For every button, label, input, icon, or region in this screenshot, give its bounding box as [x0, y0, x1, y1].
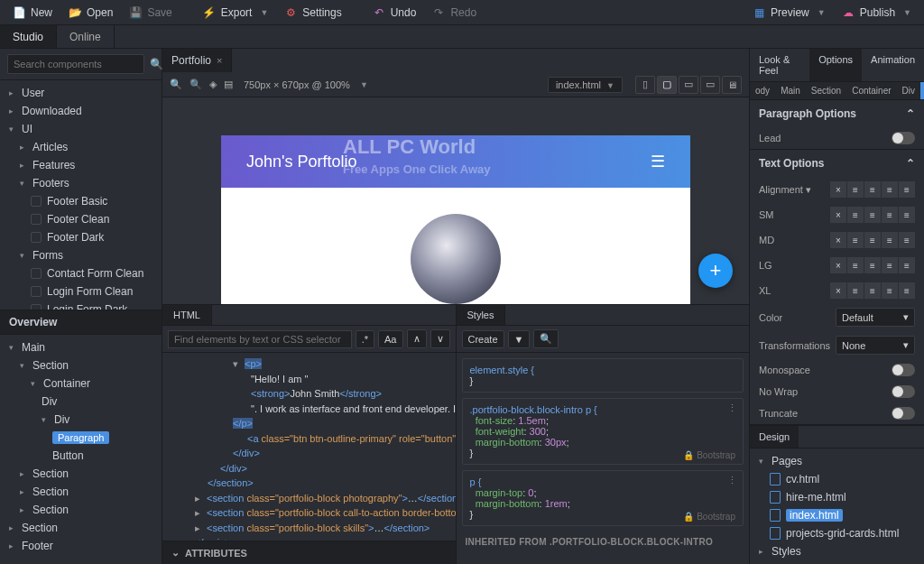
tree-forms[interactable]: ▾Forms: [0, 246, 162, 264]
more-icon[interactable]: ⋮: [727, 402, 737, 414]
filename-select[interactable]: index.html ▼: [548, 77, 623, 93]
fab-add[interactable]: +: [698, 254, 733, 288]
md-none[interactable]: ×: [830, 232, 846, 248]
design-index[interactable]: index.html: [750, 506, 924, 524]
align-justify[interactable]: ≡: [899, 181, 915, 198]
device-phone[interactable]: ▯: [635, 76, 655, 94]
zoom-in-icon[interactable]: 🔍: [170, 79, 182, 90]
chevron-down-icon[interactable]: ▼: [360, 80, 368, 89]
crumb-paragraph[interactable]: Paragraph: [920, 82, 924, 99]
ov-main[interactable]: ▾Main: [0, 338, 162, 356]
lg-right[interactable]: ≡: [882, 257, 898, 273]
device-desktop[interactable]: 🖥: [722, 76, 742, 94]
design-projects[interactable]: projects-grid-cards.html: [750, 524, 924, 542]
md-right[interactable]: ≡: [882, 232, 898, 248]
ov-container[interactable]: ▾Container: [0, 374, 162, 393]
align-none[interactable]: ×: [830, 181, 846, 198]
burger-icon[interactable]: ☰: [651, 152, 665, 171]
align-left[interactable]: ≡: [847, 181, 864, 198]
tree-contact-form[interactable]: Contact Form Clean: [0, 264, 162, 282]
device-laptop[interactable]: ▭: [700, 76, 720, 94]
tree-ui[interactable]: ▾UI: [0, 120, 162, 138]
tree-footer-clean[interactable]: Footer Clean: [0, 210, 162, 228]
tree-footer-basic[interactable]: Footer Basic: [0, 192, 162, 210]
cube-icon[interactable]: ◈: [209, 79, 217, 90]
tab-studio[interactable]: Studio: [0, 25, 57, 48]
text-options-header[interactable]: Text Options⌃: [750, 150, 924, 177]
align-right[interactable]: ≡: [882, 181, 898, 198]
xl-center[interactable]: ≡: [864, 282, 881, 299]
tree-features[interactable]: ▸Features: [0, 156, 162, 174]
md-left[interactable]: ≡: [847, 232, 864, 248]
ov-footer[interactable]: ▸Footer: [0, 537, 162, 555]
lg-justify[interactable]: ≡: [899, 257, 915, 273]
overview-header[interactable]: Overview: [0, 310, 162, 335]
nowrap-toggle[interactable]: [892, 385, 915, 398]
ov-section-5[interactable]: ▸Section: [0, 519, 162, 537]
tree-articles[interactable]: ▸Articles: [0, 138, 162, 156]
tree-downloaded[interactable]: ▸Downloaded: [0, 102, 162, 120]
crumb-body[interactable]: ody: [750, 82, 775, 99]
tab-options[interactable]: Options: [809, 49, 862, 81]
hero-title[interactable]: John's Porftolio: [246, 153, 357, 171]
lg-center[interactable]: ≡: [864, 257, 881, 273]
sm-justify[interactable]: ≡: [899, 207, 915, 223]
publish-button[interactable]: ☁Publish▼: [835, 3, 919, 23]
ov-paragraph[interactable]: Paragraph: [0, 429, 162, 447]
create-button[interactable]: Create: [462, 330, 504, 348]
prev-button[interactable]: ∧: [407, 329, 427, 348]
find-input[interactable]: [168, 330, 352, 348]
css-block-intro[interactable]: ⋮ .portfolio-block.block-intro p { font-…: [462, 398, 744, 465]
lg-none[interactable]: ×: [830, 257, 846, 273]
canvas-body[interactable]: [221, 188, 690, 304]
tree-login-clean[interactable]: Login Form Clean: [0, 282, 162, 300]
sm-right[interactable]: ≡: [882, 207, 898, 223]
align-center[interactable]: ≡: [864, 181, 881, 198]
design-stage[interactable]: ALL PC World Free Apps One Click Away Jo…: [162, 97, 749, 304]
crumb-main[interactable]: Main: [775, 82, 806, 99]
truncate-toggle[interactable]: [892, 407, 915, 420]
create-drop[interactable]: ▼: [508, 330, 531, 348]
avatar-image[interactable]: [411, 214, 501, 304]
zoom-out-icon[interactable]: 🔍: [189, 79, 202, 90]
trans-select[interactable]: None▾: [836, 336, 915, 355]
crumb-div[interactable]: Div: [897, 82, 920, 99]
close-icon[interactable]: ×: [217, 55, 222, 66]
ov-button[interactable]: Button: [0, 447, 162, 465]
design-pages[interactable]: ▾Pages: [750, 452, 924, 470]
crumb-section[interactable]: Section: [806, 82, 846, 99]
case-button[interactable]: Aa: [378, 330, 402, 348]
design-cv[interactable]: cv.html: [750, 470, 924, 488]
xl-right[interactable]: ≡: [882, 282, 898, 299]
monospace-toggle[interactable]: [892, 364, 915, 376]
tree-login-dark[interactable]: Login Form Dark: [0, 300, 162, 310]
preview-button[interactable]: ▦Preview▼: [745, 3, 833, 23]
ov-section-4[interactable]: ▸Section: [0, 501, 162, 519]
lg-left[interactable]: ≡: [847, 257, 864, 273]
search-icon[interactable]: 🔍: [150, 58, 163, 70]
color-select[interactable]: Default▾: [836, 308, 915, 327]
tab-html[interactable]: HTML: [162, 305, 212, 325]
sm-center[interactable]: ≡: [864, 207, 881, 223]
design-hire-me[interactable]: hire-me.html: [750, 488, 924, 506]
search-styles[interactable]: 🔍: [533, 329, 559, 348]
tree-footer-dark[interactable]: Footer Dark: [0, 228, 162, 246]
next-button[interactable]: ∨: [430, 329, 450, 348]
sm-left[interactable]: ≡: [847, 207, 864, 223]
new-button[interactable]: 📄New: [5, 3, 60, 23]
ov-section-3[interactable]: ▸Section: [0, 483, 162, 501]
design-styles[interactable]: ▸Styles: [750, 542, 924, 560]
open-button[interactable]: 📂Open: [61, 3, 120, 23]
layers-icon[interactable]: ▤: [224, 79, 233, 90]
html-code[interactable]: ▾ <p> "Hello! I am " <strong>John Smith<…: [162, 353, 456, 541]
redo-button[interactable]: ↷Redo: [425, 3, 484, 23]
tab-online[interactable]: Online: [57, 25, 115, 48]
canvas[interactable]: ALL PC World Free Apps One Click Away Jo…: [221, 135, 690, 304]
device-tablet-l[interactable]: ▭: [679, 76, 698, 94]
settings-button[interactable]: ⚙Settings: [277, 3, 348, 23]
xl-left[interactable]: ≡: [847, 282, 864, 299]
css-block-p[interactable]: ⋮ p { margin-top: 0; margin-bottom: 1rem…: [462, 470, 744, 526]
tab-styles[interactable]: Styles: [457, 305, 506, 325]
device-tablet[interactable]: ▢: [657, 76, 677, 94]
design-javascript[interactable]: ▸JavaScript: [750, 560, 924, 564]
